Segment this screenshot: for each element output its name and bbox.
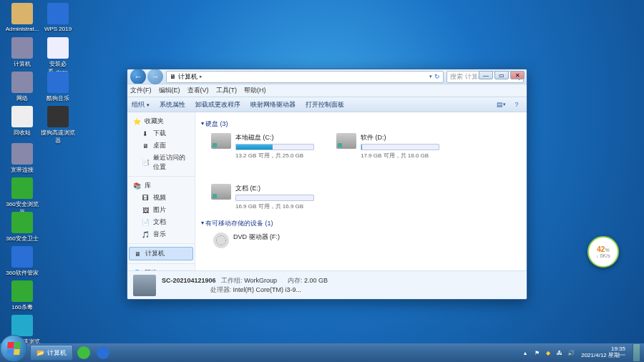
minimize-button[interactable]: — xyxy=(479,71,493,79)
map-network-drive-button[interactable]: 映射网络驱动器 xyxy=(250,100,296,109)
system-properties-button[interactable]: 系统属性 xyxy=(160,100,185,109)
desktop-icon[interactable]: 160杀毒 xyxy=(4,280,40,311)
sidebar-documents[interactable]: 📄文档 xyxy=(127,216,195,228)
address-bar[interactable]: 🖥 计算机 ▸ ▾ ↻ xyxy=(166,71,444,83)
sidebar-pictures[interactable]: 🖼图片 xyxy=(127,204,195,216)
desktop-icon[interactable]: 宽带连接 xyxy=(4,143,40,174)
taskbar-pin-360[interactable] xyxy=(75,345,92,361)
navigation-pane: ⭐收藏夹 ⬇下载 🖥桌面 📑最近访问的位置 📚库 🎞视频 🖼图片 📄文档 🎵音乐… xyxy=(127,112,195,270)
menu-file[interactable]: 文件(F) xyxy=(130,86,152,95)
picture-icon: 🖼 xyxy=(140,206,150,215)
desktop-icon[interactable]: 360安全卫士 xyxy=(4,212,40,243)
music-icon: 🎵 xyxy=(140,230,150,239)
chevron-down-icon[interactable]: ▾ xyxy=(429,74,432,79)
system-tray: ▴ ⚑ ◆ 🖧 🔊 19:35 2021/4/12 星期一 xyxy=(521,344,643,361)
computer-icon: 🖥 xyxy=(170,73,176,80)
window-controls: — ▭ ✕ xyxy=(479,71,525,79)
desktop-icon[interactable]: 搜狗高速浏览器 xyxy=(40,106,76,145)
download-icon: ⬇ xyxy=(140,129,150,138)
library-icon: 📚 xyxy=(132,182,142,190)
computer-icon xyxy=(133,275,156,296)
menu-tools[interactable]: 工具(T) xyxy=(216,86,238,95)
taskbar-item-explorer[interactable]: 📂计算机 xyxy=(30,345,73,361)
category-hdd[interactable]: 硬盘 (3) xyxy=(203,119,519,129)
document-icon: 📄 xyxy=(140,218,150,227)
explorer-window: — ▭ ✕ ← → 🖥 计算机 ▸ ▾ ↻ 搜索 计算机 🔍 文件(F) 编辑(… xyxy=(127,69,527,300)
taskbar: 📂计算机 ▴ ⚑ ◆ 🖧 🔊 19:35 2021/4/12 星期一 xyxy=(0,343,644,362)
star-icon: ⭐ xyxy=(132,117,142,126)
drive-item[interactable]: 文档 (E:)16.9 GB 可用，共 16.9 GB xyxy=(210,182,313,212)
desktop-icon: 🖥 xyxy=(140,142,150,150)
organize-button[interactable]: 组织 ▾ xyxy=(132,100,150,109)
desktop-icon[interactable]: WPS 2019 xyxy=(40,3,76,32)
sidebar-music[interactable]: 🎵音乐 xyxy=(127,228,195,240)
menu-view[interactable]: 查看(V) xyxy=(187,86,209,95)
view-mode-button[interactable]: ▤ ▾ xyxy=(495,99,507,110)
nav-back-button[interactable]: ← xyxy=(130,69,146,84)
uninstall-programs-button[interactable]: 卸载或更改程序 xyxy=(195,100,240,109)
menu-help[interactable]: 帮助(H) xyxy=(244,86,266,95)
start-button[interactable] xyxy=(0,335,27,362)
hdd-icon xyxy=(336,133,356,149)
control-panel-button[interactable]: 打开控制面板 xyxy=(306,100,344,109)
drive-dvd[interactable]: DVD 驱动器 (F:) xyxy=(210,231,313,250)
desktop-icon[interactable]: 计算机 xyxy=(4,37,40,68)
tray-flag-icon[interactable]: ⚑ xyxy=(532,348,541,357)
desktop-icon[interactable]: Administrat... xyxy=(4,3,40,32)
hdd-icon xyxy=(211,184,231,200)
video-icon: 🎞 xyxy=(140,194,150,202)
close-button[interactable]: ✕ xyxy=(510,71,525,79)
category-removable[interactable]: 有可移动存储的设备 (1) xyxy=(203,219,519,228)
refresh-icon[interactable]: ↻ xyxy=(434,73,440,80)
tray-yellow-icon[interactable]: ◆ xyxy=(544,348,552,357)
command-bar: 组织 ▾ 系统属性 卸载或更改程序 映射网络驱动器 打开控制面板 ▤ ▾ ? xyxy=(127,97,527,112)
show-desktop-button[interactable] xyxy=(633,344,640,361)
drive-item[interactable]: 本地磁盘 (C:)13.2 GB 可用，共 25.0 GB xyxy=(210,132,313,161)
desktop-icon[interactable]: 酷狗音乐 xyxy=(40,72,76,102)
nav-forward-button[interactable]: → xyxy=(147,69,163,84)
sidebar-downloads[interactable]: ⬇下载 xyxy=(127,127,195,140)
sidebar-computer[interactable]: 🖥计算机 xyxy=(129,247,193,260)
details-pane: SC-202104121906 工作组: WorkGroup 内存: 2.00 … xyxy=(127,270,527,299)
dvd-icon xyxy=(213,233,229,248)
clock[interactable]: 19:35 2021/4/12 星期一 xyxy=(578,346,628,359)
sidebar-recent[interactable]: 📑最近访问的位置 xyxy=(127,152,195,173)
desktop-icon[interactable]: 安装必看.docx xyxy=(40,37,76,76)
address-segment[interactable]: 计算机 xyxy=(178,72,197,82)
tray-volume-icon[interactable]: 🔊 xyxy=(567,348,575,357)
sidebar-libraries[interactable]: 📚库 xyxy=(127,180,195,192)
sidebar-videos[interactable]: 🎞视频 xyxy=(127,192,195,204)
tray-network-icon[interactable]: 🖧 xyxy=(555,348,564,357)
chevron-right-icon[interactable]: ▸ xyxy=(200,74,203,79)
computer-name: SC-202104121906 xyxy=(162,277,216,284)
menu-edit[interactable]: 编辑(E) xyxy=(159,86,180,95)
recent-icon: 📑 xyxy=(140,158,150,167)
folder-icon: 📂 xyxy=(36,349,44,356)
computer-icon: 🖥 xyxy=(132,250,142,258)
desktop-icon[interactable]: 360安全浏览器 xyxy=(4,177,40,216)
sidebar-favorites[interactable]: ⭐收藏夹 xyxy=(127,115,195,127)
tray-up-icon[interactable]: ▴ xyxy=(521,348,530,357)
desktop-icon[interactable]: 回收站 xyxy=(4,106,40,137)
titlebar: ← → 🖥 计算机 ▸ ▾ ↻ 搜索 计算机 🔍 xyxy=(127,69,527,84)
windows-logo-icon xyxy=(6,342,21,355)
maximize-button[interactable]: ▭ xyxy=(494,71,509,79)
desktop-icon[interactable]: 360软件管家 xyxy=(4,246,40,277)
menu-bar: 文件(F) 编辑(E) 查看(V) 工具(T) 帮助(H) xyxy=(127,84,527,97)
sidebar-desktop[interactable]: 🖥桌面 xyxy=(127,140,195,152)
drive-item[interactable]: 软件 (D:)17.9 GB 可用，共 18.0 GB xyxy=(335,132,439,161)
desktop-icon[interactable]: 网络 xyxy=(4,72,40,102)
help-icon[interactable]: ? xyxy=(511,99,522,110)
speed-widget[interactable]: 42% ↓ 0K/s xyxy=(587,236,619,268)
hdd-icon xyxy=(211,133,231,149)
file-list: 硬盘 (3) 本地磁盘 (C:)13.2 GB 可用，共 25.0 GB软件 (… xyxy=(195,112,527,270)
taskbar-pin-kugou[interactable] xyxy=(94,345,112,361)
